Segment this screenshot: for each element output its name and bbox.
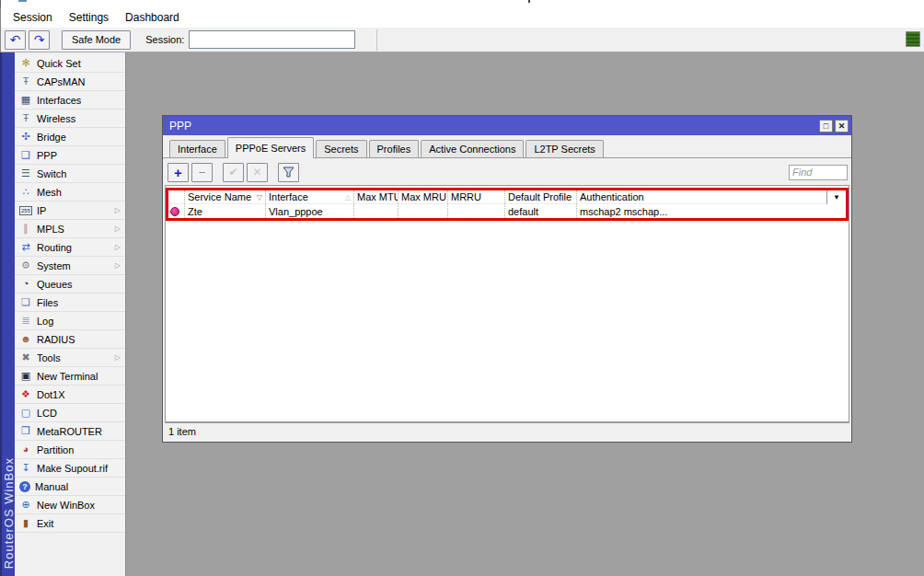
row-icon-cell (168, 204, 185, 218)
sidebar-item-files[interactable]: ❏Files (15, 294, 125, 312)
maximize-button[interactable]: □ (819, 120, 833, 132)
sidebar-item-dot1x[interactable]: ❖Dot1X (15, 386, 125, 404)
mpls-clips-icon: ∥ (19, 223, 32, 235)
sidebar-item-ppp[interactable]: ❑PPP (15, 146, 125, 165)
column-header-interface[interactable]: Interface△ (266, 190, 354, 203)
globe-icon: ⊕ (19, 499, 32, 511)
plus-icon: + (174, 165, 182, 180)
sidebar-item-new-terminal[interactable]: ▣New Terminal (15, 367, 125, 386)
undo-arrow-icon: ↶ (10, 32, 21, 47)
sidebar-item-queues[interactable]: ◔Queues (15, 275, 125, 294)
pppoe-servers-list[interactable]: Service Name▽Interface△Max MTUMax MRUMRR… (165, 185, 849, 422)
tab-pppoe-servers[interactable]: PPPoE Servers (227, 137, 314, 158)
sidebar-item-label: Quick Set (37, 58, 81, 69)
sidebar-item-label: Exit (37, 518, 53, 529)
sidebar-item-capsman[interactable]: ŦCAPsMAN (15, 73, 125, 91)
tab-interface[interactable]: Interface (169, 140, 225, 157)
sidebar-item-lcd[interactable]: ▢LCD (15, 404, 125, 422)
sidebar-item-tools[interactable]: ✖Tools▷ (15, 349, 125, 367)
disable-button[interactable]: ✕ (247, 163, 268, 182)
cell-service-name: Zte (185, 204, 266, 218)
submenu-arrow-icon: ▷ (115, 225, 121, 233)
sidebar-item-new-winbox[interactable]: ⊕New WinBox (15, 496, 125, 514)
column-header-service-name[interactable]: Service Name▽ (185, 190, 266, 203)
sidebar-item-bridge[interactable]: ✣Bridge (15, 128, 125, 146)
column-header-default-profile[interactable]: Default Profile (505, 190, 577, 203)
sidebar-brand-strip: RouterOS WinBox (0, 52, 15, 576)
sidebar-item-metarouter[interactable]: ❒MetaROUTER (15, 422, 125, 441)
sidebar-item-manual[interactable]: ?Manual (15, 478, 125, 496)
item-count: 1 item (168, 426, 196, 437)
sidebar-item-mpls[interactable]: ∥MPLS▷ (15, 220, 125, 238)
sidebar-item-label: CAPsMAN (37, 76, 86, 87)
safe-mode-button[interactable]: Safe Mode (62, 30, 131, 50)
sidebar-item-interfaces[interactable]: ▦Interfaces (15, 91, 125, 109)
column-header-mrru[interactable]: MRRU (448, 190, 505, 203)
ppp-window: PPP □ ✕ InterfacePPPoE ServersSecretsPro… (162, 115, 852, 443)
find-input[interactable] (789, 165, 848, 180)
ppp-window-titlebar[interactable]: PPP □ ✕ (163, 116, 851, 135)
column-selector-button[interactable]: ▼ (826, 190, 846, 204)
sidebar-item-exit[interactable]: ▮Exit (15, 514, 125, 533)
sidebar-item-switch[interactable]: ☰Switch (15, 165, 125, 183)
sort-desc-icon: ▽ (255, 193, 262, 202)
add-button[interactable]: + (167, 163, 189, 182)
sidebar-item-routing[interactable]: ⇄Routing▷ (15, 238, 125, 257)
ppp-status-bar: 1 item (165, 423, 849, 440)
sidebar-item-radius[interactable]: ☻RADIUS (15, 330, 125, 349)
close-button[interactable]: ✕ (835, 120, 849, 132)
redo-button[interactable]: ↷ (29, 30, 50, 50)
tab-active-connections[interactable]: Active Connections (421, 140, 524, 157)
sidebar-item-system[interactable]: ⚙System▷ (15, 257, 125, 275)
sidebar-item-quick-set[interactable]: ✻Quick Set (15, 54, 125, 73)
column-header-max-mru[interactable]: Max MRU (398, 190, 448, 203)
monitor-icon: ▢ (19, 407, 32, 419)
remove-button[interactable]: − (191, 163, 213, 182)
column-header-authentication[interactable]: Authentication (577, 190, 846, 203)
sidebar-item-wireless[interactable]: ŦWireless (15, 109, 125, 128)
sidebar-item-mesh[interactable]: ∴Mesh (15, 183, 125, 202)
cell-max-mtu (354, 204, 398, 218)
highlight-red-box: Service Name▽Interface△Max MTUMax MRUMRR… (166, 188, 849, 221)
column-header-label: Default Profile (508, 191, 572, 202)
sidebar-item-label: Log (37, 316, 53, 327)
menu-session[interactable]: Session (5, 8, 61, 27)
pppoe-service-icon (170, 207, 179, 216)
enable-button[interactable]: ✔ (223, 163, 244, 182)
question-circle-icon: ? (19, 481, 30, 492)
menu-dashboard[interactable]: Dashboard (117, 8, 188, 27)
sidebar-item-label: System (37, 260, 71, 271)
pie-chart-icon: ◕ (19, 444, 32, 455)
sidebar-item-label: Files (37, 297, 58, 308)
cell-default-profile: default (505, 204, 577, 218)
menu-settings[interactable]: Settings (61, 8, 117, 27)
sidebar-item-label: MPLS (37, 224, 64, 235)
column-header-label: Service Name (188, 191, 251, 202)
tab-profiles[interactable]: Profiles (369, 140, 420, 157)
main-toolbar: ↶ ↷ Safe Mode Session: (0, 28, 924, 52)
app-icon (18, 0, 27, 2)
tab-secrets[interactable]: Secrets (316, 140, 366, 157)
sidebar-item-label: LCD (37, 408, 57, 419)
tab-l2tp-secrets[interactable]: L2TP Secrets (526, 140, 603, 157)
filter-button[interactable] (278, 163, 299, 182)
table-row[interactable]: ZteVlan_pppoedefaultmschap2 mschap... (168, 204, 846, 218)
sidebar-item-label: Queues (37, 279, 73, 290)
sidebar-item-log[interactable]: ≣Log (15, 312, 125, 330)
cell-mrru (448, 204, 505, 218)
cell-max-mru (398, 204, 448, 218)
sidebar-item-ip[interactable]: 255IP▷ (15, 202, 125, 220)
submenu-arrow-icon: ▷ (115, 206, 121, 214)
sidebar-item-partition[interactable]: ◕Partition (15, 441, 125, 459)
titlebar-text-fragment (528, 0, 530, 3)
sidebar-item-label: Tools (37, 352, 61, 363)
interface-card-icon: ▦ (19, 94, 32, 106)
undo-button[interactable]: ↶ (5, 30, 26, 50)
sidebar-item-make-supout-rif[interactable]: ↧Make Supout.rif (15, 459, 125, 478)
terminal-icon: ▣ (19, 370, 32, 382)
session-input[interactable] (189, 30, 355, 49)
meta-router-icon: ❒ (19, 425, 32, 437)
funnel-icon (283, 167, 295, 179)
sidebar-item-label: Routing (37, 242, 72, 253)
column-header-max-mtu[interactable]: Max MTU (354, 190, 398, 203)
